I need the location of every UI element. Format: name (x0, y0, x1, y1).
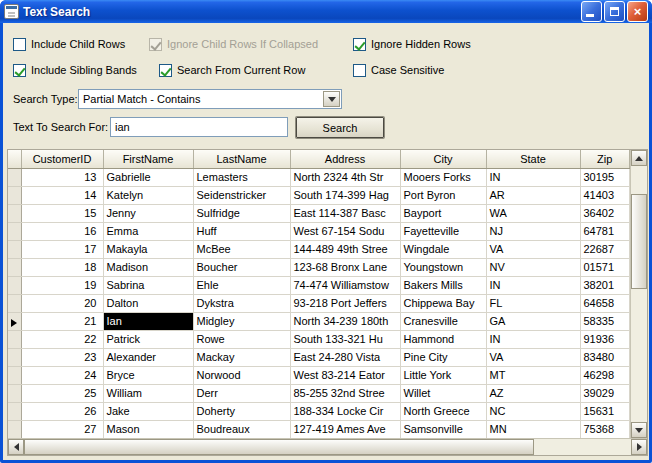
cell-state[interactable]: FL (486, 294, 580, 312)
row-selector[interactable] (8, 168, 21, 186)
cell-state[interactable]: VA (486, 348, 580, 366)
column-header-customerid[interactable]: CustomerID (21, 150, 103, 168)
checkbox-ignore-child-rows-if-collapsed[interactable]: Ignore Child Rows If Collapsed (149, 37, 318, 51)
cell-city[interactable]: Youngstown (400, 258, 486, 276)
row-selector[interactable] (8, 348, 21, 366)
cell-customerid[interactable]: 17 (21, 240, 103, 258)
cell-state[interactable]: IN (486, 330, 580, 348)
cell-zip[interactable]: 41403 (580, 186, 630, 204)
cell-state[interactable]: NV (486, 258, 580, 276)
cell-state[interactable]: NC (486, 402, 580, 420)
cell-lastname[interactable]: Derr (193, 384, 290, 402)
cell-zip[interactable]: 38201 (580, 276, 630, 294)
horizontal-scroll-track[interactable] (24, 439, 631, 455)
cell-state[interactable]: MT (486, 366, 580, 384)
cell-city[interactable]: Little York (400, 366, 486, 384)
cell-firstname[interactable]: Ian (103, 312, 193, 330)
cell-state[interactable]: VA (486, 240, 580, 258)
cell-lastname[interactable]: Ehle (193, 276, 290, 294)
cell-zip[interactable]: 91936 (580, 330, 630, 348)
cell-lastname[interactable]: Seidenstricker (193, 186, 290, 204)
cell-customerid[interactable]: 14 (21, 186, 103, 204)
cell-lastname[interactable]: Boudreaux (193, 420, 290, 438)
cell-address[interactable]: East 24-280 Vista (290, 348, 400, 366)
cell-customerid[interactable]: 22 (21, 330, 103, 348)
cell-lastname[interactable]: Huff (193, 222, 290, 240)
cell-state[interactable]: WA (486, 204, 580, 222)
cell-zip[interactable]: 39029 (580, 384, 630, 402)
vertical-scroll-track[interactable] (631, 166, 647, 422)
row-selector[interactable] (8, 258, 21, 276)
cell-customerid[interactable]: 19 (21, 276, 103, 294)
cell-address[interactable]: South 133-321 Hu (290, 330, 400, 348)
row-selector[interactable] (8, 312, 21, 330)
cell-address[interactable]: North 34-239 180th (290, 312, 400, 330)
cell-address[interactable]: South 174-399 Hag (290, 186, 400, 204)
cell-city[interactable]: Samsonville (400, 420, 486, 438)
cell-address[interactable]: 93-218 Port Jeffers (290, 294, 400, 312)
cell-state[interactable]: AR (486, 186, 580, 204)
row-selector[interactable] (8, 420, 21, 438)
cell-customerid[interactable]: 15 (21, 204, 103, 222)
cell-customerid[interactable]: 25 (21, 384, 103, 402)
dropdown-button[interactable] (323, 91, 340, 107)
cell-zip[interactable]: 64781 (580, 222, 630, 240)
row-selector[interactable] (8, 402, 21, 420)
cell-firstname[interactable]: Katelyn (103, 186, 193, 204)
cell-city[interactable]: Fayetteville (400, 222, 486, 240)
cell-city[interactable]: North Greece (400, 402, 486, 420)
checkbox-ignore-hidden-rows[interactable]: Ignore Hidden Rows (353, 37, 471, 51)
cell-firstname[interactable]: Emma (103, 222, 193, 240)
cell-zip[interactable]: 22687 (580, 240, 630, 258)
cell-firstname[interactable]: Patrick (103, 330, 193, 348)
cell-customerid[interactable]: 24 (21, 366, 103, 384)
cell-state[interactable]: AZ (486, 384, 580, 402)
checkbox-include-child-rows[interactable]: Include Child Rows (13, 37, 125, 51)
cell-city[interactable]: Willet (400, 384, 486, 402)
cell-customerid[interactable]: 20 (21, 294, 103, 312)
column-header-zip[interactable]: Zip (580, 150, 630, 168)
search-input[interactable] (110, 117, 288, 137)
cell-city[interactable]: Mooers Forks (400, 168, 486, 186)
row-selector[interactable] (8, 366, 21, 384)
cell-firstname[interactable]: Madison (103, 258, 193, 276)
maximize-button[interactable] (604, 1, 625, 22)
cell-lastname[interactable]: Mackay (193, 348, 290, 366)
cell-zip[interactable]: 30195 (580, 168, 630, 186)
cell-city[interactable]: Wingdale (400, 240, 486, 258)
cell-firstname[interactable]: William (103, 384, 193, 402)
cell-city[interactable]: Bakers Mills (400, 276, 486, 294)
cell-lastname[interactable]: Norwood (193, 366, 290, 384)
cell-lastname[interactable]: Lemasters (193, 168, 290, 186)
close-button[interactable]: × (627, 1, 648, 22)
cell-zip[interactable]: 83480 (580, 348, 630, 366)
cell-lastname[interactable]: Midgley (193, 312, 290, 330)
cell-zip[interactable]: 01571 (580, 258, 630, 276)
cell-firstname[interactable]: Dalton (103, 294, 193, 312)
cell-address[interactable]: 127-419 Ames Ave (290, 420, 400, 438)
row-selector[interactable] (8, 186, 21, 204)
cell-city[interactable]: Port Byron (400, 186, 486, 204)
cell-customerid[interactable]: 16 (21, 222, 103, 240)
app-icon[interactable] (4, 4, 19, 19)
row-selector[interactable] (8, 384, 21, 402)
scroll-down-button[interactable] (631, 422, 647, 438)
horizontal-scroll-thumb[interactable] (24, 439, 534, 455)
row-selector[interactable] (8, 330, 21, 348)
cell-zip[interactable]: 36402 (580, 204, 630, 222)
cell-address[interactable]: 85-255 32nd Stree (290, 384, 400, 402)
cell-lastname[interactable]: McBee (193, 240, 290, 258)
cell-state[interactable]: IN (486, 276, 580, 294)
minimize-button[interactable] (581, 1, 602, 22)
checkbox-include-sibling-bands[interactable]: Include Sibling Bands (13, 63, 137, 77)
cell-zip[interactable]: 58335 (580, 312, 630, 330)
cell-state[interactable]: NJ (486, 222, 580, 240)
column-header-firstname[interactable]: FirstName (103, 150, 193, 168)
column-header-address[interactable]: Address (290, 150, 400, 168)
cell-address[interactable]: 144-489 49th Stree (290, 240, 400, 258)
row-selector[interactable] (8, 204, 21, 222)
cell-lastname[interactable]: Dykstra (193, 294, 290, 312)
cell-city[interactable]: Hammond (400, 330, 486, 348)
cell-city[interactable]: Pine City (400, 348, 486, 366)
cell-firstname[interactable]: Alexander (103, 348, 193, 366)
